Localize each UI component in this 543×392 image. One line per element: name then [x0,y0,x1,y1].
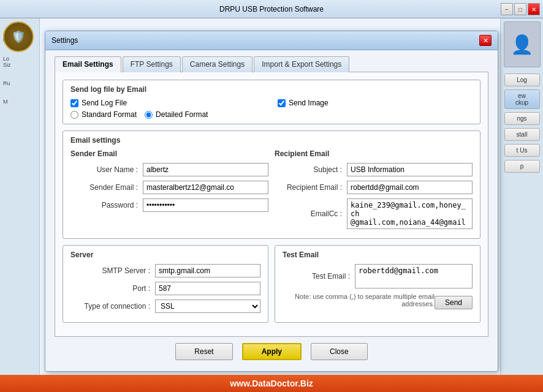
sender-email-col: Sender Email User Name : Sender Email : [70,149,268,233]
close-button[interactable]: Close [311,343,368,360]
password-row: Password : [70,198,268,212]
email-settings-section: Email settings Sender Email User Name : [63,130,480,239]
sender-email-input[interactable] [143,181,268,194]
password-input[interactable] [143,198,268,212]
connection-label: Type of connection : [70,302,150,311]
sender-email-row: Sender Email : [70,181,268,194]
port-row: Port : [70,282,260,295]
test-email-row: Test Email : robertdd@gmail.com [283,264,473,288]
port-input[interactable] [155,282,260,295]
test-email-title: Test Email [283,251,473,259]
subject-label: Subject : [275,165,342,174]
reset-button[interactable]: Reset [175,343,232,360]
send-log-file-row: Send Log File [70,99,265,107]
send-log-cols: Send Log File Standard Format Detailed F… [70,99,473,119]
apply-button[interactable]: Apply [242,343,302,360]
format-row: Standard Format Detailed Format [70,110,265,119]
port-label: Port : [70,284,150,293]
email-settings-cols: Sender Email User Name : Sender Email : [70,149,473,233]
send-log-left: Send Log File Standard Format Detailed F… [70,99,265,119]
smtp-row: SMTP Server : [70,264,260,277]
smtp-input[interactable] [155,264,260,277]
send-image-row: Send Image [278,99,473,107]
username-label: User Name : [70,165,138,174]
server-section: Server SMTP Server : Port : Type of conn… [63,245,268,323]
dialog-buttons: Reset Apply Close [55,337,488,365]
dialog-titlebar: Settings ✕ [45,31,498,50]
bottom-banner: www.DataDoctor.Biz [0,375,543,392]
standard-format-radio[interactable] [70,111,78,119]
password-label: Password : [70,201,138,209]
username-row: User Name : [70,163,268,176]
title-bar: DRPU USB Protection Software − □ ✕ [0,0,543,18]
tab-bar: Email Settings FTP Settings Camera Setti… [55,56,488,72]
standard-format-label: Standard Format [82,110,137,119]
emailcc-textarea[interactable]: kaine_239@gmail.com,honey_ch @gmail.com,… [347,198,473,229]
dialog-close-button[interactable]: ✕ [479,35,492,46]
recipient-email-row: Recipient Email : [275,181,473,194]
dialog-content: Email Settings FTP Settings Camera Setti… [45,50,498,371]
email-settings-title: Email settings [70,136,473,145]
recipient-email-col: Recipient Email Subject : Recipient Emai… [275,149,473,233]
title-controls: − □ ✕ [501,3,540,15]
close-app-button[interactable]: ✕ [528,3,540,15]
server-test-cols: Server SMTP Server : Port : Type of conn… [63,245,480,329]
tab-import-export[interactable]: Import & Export Settings [254,56,349,72]
tab-email-settings[interactable]: Email Settings [55,56,121,72]
test-email-label: Test Email : [283,272,350,281]
tab-camera-settings[interactable]: Camera Settings [182,56,253,72]
subject-input[interactable] [347,163,473,176]
app-title: DRPU USB Protection Software [219,5,324,13]
settings-dialog: Settings ✕ Email Settings FTP Settings C… [45,31,498,372]
recipient-email-title: Recipient Email [275,149,473,158]
tab-ftp-settings[interactable]: FTP Settings [123,56,181,72]
smtp-label: SMTP Server : [70,266,150,275]
maximize-button[interactable]: □ [514,3,526,15]
send-log-right: Send Image [278,99,473,119]
username-input[interactable] [143,163,268,176]
minimize-button[interactable]: − [501,3,513,15]
connection-row: Type of connection : SSL TLS None [70,300,260,313]
send-log-section: Send log file by Email Send Log File Sta… [63,80,480,124]
connection-select[interactable]: SSL TLS None [155,300,260,313]
send-image-label: Send Image [289,99,328,107]
detailed-format-radio[interactable] [145,111,153,119]
main-background: 🛡️ USB LoSiz Ru M 👤 Log ewckup ngs stall… [0,18,543,392]
send-log-title: Send log file by Email [70,85,473,94]
test-email-textarea[interactable]: robertdd@gmail.com [355,264,473,288]
sender-email-label: Sender Email : [70,183,138,192]
server-title: Server [70,251,260,259]
subject-row: Subject : [275,163,473,176]
send-log-file-checkbox[interactable] [70,99,78,107]
dialog-overlay: Settings ✕ Email Settings FTP Settings C… [0,18,543,392]
emailcc-label: EmailCc : [275,209,342,218]
detailed-format-label: Detailed Format [156,110,208,119]
recipient-email-label: Recipient Email : [275,183,342,192]
send-button[interactable]: Send [435,296,473,309]
recipient-email-input[interactable] [347,181,473,194]
emailcc-row: EmailCc : kaine_239@gmail.com,honey_ch @… [275,198,473,229]
bottom-banner-text: www.DataDoctor.Biz [230,379,313,388]
tab-content-email: Send log file by Email Send Log File Sta… [55,72,488,337]
dialog-title: Settings [51,36,78,45]
sender-email-title: Sender Email [70,149,268,158]
send-image-checkbox[interactable] [278,99,286,107]
send-log-file-label: Send Log File [82,99,127,107]
test-email-section: Test Email Test Email : robertdd@gmail.c… [275,245,480,323]
